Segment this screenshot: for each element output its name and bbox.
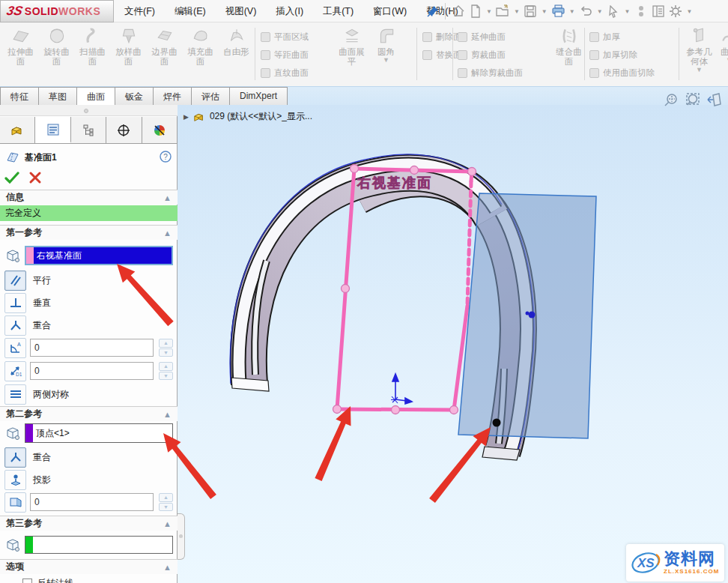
ruled-surface-button[interactable]: 直纹曲面 xyxy=(261,64,309,82)
new-document-icon[interactable] xyxy=(468,4,482,19)
tab-evaluate[interactable]: 评估 xyxy=(191,87,230,105)
feature-tree-tab[interactable] xyxy=(0,117,35,143)
ok-button[interactable] xyxy=(4,171,19,187)
graphics-viewport[interactable]: ▶ 029 (默认<<默认>_显示... xyxy=(178,105,728,583)
fillet-button[interactable]: 圆角▼ xyxy=(368,26,404,83)
open-icon[interactable] xyxy=(496,4,510,19)
spin-up-icon[interactable]: ▲ xyxy=(159,493,173,502)
distance-input[interactable]: 0 xyxy=(30,362,154,380)
coincident-button[interactable] xyxy=(4,315,26,336)
origin-triad[interactable] xyxy=(391,374,412,404)
panel-flyout-handle[interactable] xyxy=(178,513,185,560)
dimxpert-manager-tab[interactable] xyxy=(106,117,142,143)
revolved-surface-button[interactable]: 旋转曲面 xyxy=(39,26,74,83)
zoom-area-icon[interactable] xyxy=(684,91,702,110)
plane-handle[interactable] xyxy=(410,166,419,175)
info-section-header[interactable]: 信息▲ xyxy=(0,190,178,205)
menu-insert[interactable]: 插入(I) xyxy=(276,5,303,18)
pin-menu-icon[interactable] xyxy=(427,5,439,20)
new-reference-plane[interactable] xyxy=(337,169,472,410)
save-icon[interactable] xyxy=(524,4,538,19)
offset-surface-button[interactable]: 等距曲面 xyxy=(261,46,309,64)
offset-input[interactable]: 0 xyxy=(30,493,154,511)
menu-edit[interactable]: 编辑(E) xyxy=(175,5,206,18)
swept-surface-button[interactable]: 扫描曲面 xyxy=(75,26,110,83)
plane-handle[interactable] xyxy=(392,406,400,414)
menu-tools[interactable]: 工具(T) xyxy=(323,5,354,18)
boundary-surface-button[interactable]: 边界曲面 xyxy=(147,26,182,83)
plane-handle[interactable] xyxy=(351,165,359,173)
flatten-surface-button[interactable]: 曲面展平 xyxy=(334,26,369,83)
midplane-button[interactable] xyxy=(4,384,26,405)
cancel-button[interactable] xyxy=(28,171,42,187)
replace-face-button[interactable]: 替换面 xyxy=(422,46,462,64)
first-reference-header[interactable]: 第一参考▲ xyxy=(0,225,178,240)
toggle-display-icon[interactable] xyxy=(634,4,649,19)
zoom-fit-icon[interactable] xyxy=(662,91,680,110)
display-manager-tab[interactable] xyxy=(142,117,178,143)
second-reference-selectbox[interactable]: 顶点<1> xyxy=(25,423,173,443)
extruded-surface-button[interactable]: 拉伸曲面 xyxy=(3,26,38,83)
thickened-cut-button[interactable]: 加厚切除 xyxy=(589,46,655,64)
options-gear-icon[interactable] xyxy=(669,4,683,19)
configuration-manager-tab[interactable] xyxy=(71,117,106,143)
plane-handle[interactable] xyxy=(342,285,350,293)
options-section-header[interactable]: 选项▲ xyxy=(0,559,178,574)
angle-input[interactable]: 0 xyxy=(30,339,154,357)
dropdown-caret-icon[interactable]: ▼ xyxy=(569,8,575,15)
tab-weldments[interactable]: 焊件 xyxy=(153,87,192,105)
dropdown-caret-icon[interactable]: ▼ xyxy=(486,8,492,15)
flip-normal-checkbox[interactable] xyxy=(22,579,32,583)
angle-spinner[interactable]: ▲▼ xyxy=(159,339,173,357)
tab-features[interactable]: 特征 xyxy=(0,87,39,105)
delete-face-button[interactable]: 删除面 xyxy=(422,28,462,46)
plane-handle[interactable] xyxy=(450,406,458,414)
knit-surface-button[interactable]: 缝合曲面 xyxy=(551,26,586,83)
tab-sheet-metal[interactable]: 钣金 xyxy=(115,87,154,105)
print-icon[interactable] xyxy=(551,4,565,19)
distance-spinner[interactable]: ▲▼ xyxy=(159,362,173,380)
untrim-surface-button[interactable]: 解除剪裁曲面 xyxy=(458,64,523,82)
refgeo-dropdown-icon[interactable]: ▼ xyxy=(696,67,703,73)
offset-spinner[interactable]: ▲▼ xyxy=(159,493,173,511)
filled-surface-button[interactable]: 填充曲面 xyxy=(183,26,218,83)
spin-down-icon[interactable]: ▼ xyxy=(159,372,173,381)
right-plane-face[interactable] xyxy=(458,193,596,438)
second-reference-header[interactable]: 第二参考▲ xyxy=(0,406,178,421)
tab-sketch[interactable]: 草图 xyxy=(38,87,77,105)
curves-button[interactable]: 曲线▼ xyxy=(712,26,728,83)
spin-down-icon[interactable]: ▼ xyxy=(159,348,173,357)
dropdown-caret-icon[interactable]: ▼ xyxy=(514,8,520,15)
property-manager-tab[interactable] xyxy=(35,117,70,143)
task-pane-icon[interactable] xyxy=(652,4,666,19)
tab-surfaces[interactable]: 曲面 xyxy=(76,87,115,105)
menu-view[interactable]: 视图(V) xyxy=(225,5,257,18)
dropdown-caret-icon[interactable]: ▼ xyxy=(625,8,631,15)
dropdown-caret-icon[interactable]: ▼ xyxy=(542,8,547,15)
perpendicular-button[interactable] xyxy=(4,293,26,313)
fillet-dropdown-icon[interactable]: ▼ xyxy=(383,57,389,64)
dropdown-caret-icon[interactable]: ▼ xyxy=(597,8,603,15)
extend-surface-button[interactable]: 延伸曲面 xyxy=(458,28,523,46)
help-icon[interactable]: ? xyxy=(160,151,172,165)
plane-handle[interactable] xyxy=(468,168,476,176)
spin-up-icon[interactable]: ▲ xyxy=(159,339,173,348)
undo-icon[interactable] xyxy=(579,4,593,19)
select-cursor-icon[interactable] xyxy=(607,4,621,19)
thicken-button[interactable]: 加厚 xyxy=(589,28,655,46)
project-button[interactable] xyxy=(4,470,26,490)
cut-with-surface-button[interactable]: 使用曲面切除 xyxy=(589,64,655,82)
plane-handle[interactable] xyxy=(333,405,342,414)
previous-view-icon[interactable] xyxy=(706,91,724,110)
dropdown-caret-icon[interactable]: ▼ xyxy=(687,8,693,15)
planar-surface-button[interactable]: 平面区域 xyxy=(261,28,309,46)
selected-vertex[interactable] xyxy=(493,419,501,427)
spin-down-icon[interactable]: ▼ xyxy=(159,503,173,512)
menu-window[interactable]: 窗口(W) xyxy=(373,5,407,18)
lofted-surface-button[interactable]: 放样曲面 xyxy=(111,26,146,83)
third-reference-selectbox[interactable] xyxy=(25,536,173,554)
first-reference-selectbox[interactable]: 右视基准面 xyxy=(25,246,173,265)
parallel-button[interactable] xyxy=(4,271,26,291)
freeform-button[interactable]: 自由形 xyxy=(219,26,254,83)
panel-top-splitter[interactable] xyxy=(0,105,178,116)
